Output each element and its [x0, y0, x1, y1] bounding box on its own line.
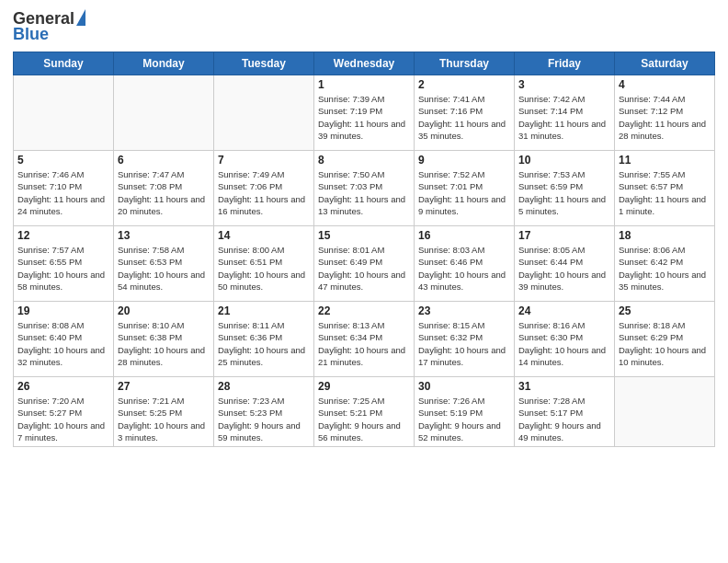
week-row-2: 5Sunrise: 7:46 AMSunset: 7:10 PMDaylight… — [14, 151, 715, 226]
day-cell: 8Sunrise: 7:50 AMSunset: 7:03 PMDaylight… — [314, 151, 415, 226]
day-info: Sunrise: 7:57 AMSunset: 6:55 PMDaylight:… — [17, 244, 109, 293]
day-cell — [615, 377, 715, 447]
day-number: 30 — [418, 380, 510, 393]
day-info: Sunrise: 7:39 AMSunset: 7:19 PMDaylight:… — [318, 93, 410, 142]
day-number: 18 — [619, 229, 711, 242]
day-info: Sunrise: 8:05 AMSunset: 6:44 PMDaylight:… — [518, 244, 610, 293]
day-cell: 22Sunrise: 8:13 AMSunset: 6:34 PMDayligh… — [314, 302, 415, 377]
day-number: 2 — [418, 78, 510, 91]
day-info: Sunrise: 7:55 AMSunset: 6:57 PMDaylight:… — [619, 168, 711, 217]
day-cell: 18Sunrise: 8:06 AMSunset: 6:42 PMDayligh… — [615, 226, 715, 302]
day-number: 13 — [118, 229, 210, 242]
day-number: 21 — [218, 304, 310, 317]
day-number: 19 — [17, 304, 109, 317]
day-info: Sunrise: 8:03 AMSunset: 6:46 PMDaylight:… — [418, 244, 510, 293]
day-cell: 23Sunrise: 8:15 AMSunset: 6:32 PMDayligh… — [415, 302, 515, 377]
day-info: Sunrise: 7:44 AMSunset: 7:12 PMDaylight:… — [619, 93, 711, 142]
day-number: 11 — [619, 154, 711, 167]
day-number: 5 — [17, 154, 109, 167]
day-cell: 24Sunrise: 8:16 AMSunset: 6:30 PMDayligh… — [515, 302, 615, 377]
day-info: Sunrise: 8:01 AMSunset: 6:49 PMDaylight:… — [318, 244, 410, 293]
day-cell — [114, 75, 214, 151]
day-info: Sunrise: 7:25 AMSunset: 5:21 PMDaylight:… — [318, 395, 410, 443]
day-cell: 9Sunrise: 7:52 AMSunset: 7:01 PMDaylight… — [415, 151, 515, 226]
day-info: Sunrise: 8:15 AMSunset: 6:32 PMDaylight:… — [418, 319, 510, 368]
day-number: 4 — [619, 78, 711, 91]
day-info: Sunrise: 7:47 AMSunset: 7:08 PMDaylight:… — [118, 168, 210, 217]
day-info: Sunrise: 8:16 AMSunset: 6:30 PMDaylight:… — [518, 319, 610, 368]
day-cell: 4Sunrise: 7:44 AMSunset: 7:12 PMDaylight… — [615, 75, 715, 151]
day-info: Sunrise: 7:46 AMSunset: 7:10 PMDaylight:… — [17, 168, 109, 217]
weekday-header-wednesday: Wednesday — [314, 52, 415, 75]
day-info: Sunrise: 7:28 AMSunset: 5:17 PMDaylight:… — [518, 395, 610, 443]
day-info: Sunrise: 8:08 AMSunset: 6:40 PMDaylight:… — [17, 319, 109, 368]
header: General Blue — [13, 9, 715, 44]
day-info: Sunrise: 7:49 AMSunset: 7:06 PMDaylight:… — [218, 168, 310, 217]
day-cell — [214, 75, 314, 151]
logo-blue-text: Blue — [13, 25, 49, 44]
weekday-header-sunday: Sunday — [14, 52, 114, 75]
day-info: Sunrise: 7:52 AMSunset: 7:01 PMDaylight:… — [418, 168, 510, 217]
day-cell: 13Sunrise: 7:58 AMSunset: 6:53 PMDayligh… — [114, 226, 214, 302]
day-cell: 26Sunrise: 7:20 AMSunset: 5:27 PMDayligh… — [14, 377, 114, 447]
day-number: 17 — [518, 229, 610, 242]
day-number: 3 — [518, 78, 610, 91]
day-number: 24 — [518, 304, 610, 317]
day-info: Sunrise: 8:11 AMSunset: 6:36 PMDaylight:… — [218, 319, 310, 368]
day-cell: 12Sunrise: 7:57 AMSunset: 6:55 PMDayligh… — [14, 226, 114, 302]
week-row-4: 19Sunrise: 8:08 AMSunset: 6:40 PMDayligh… — [14, 302, 715, 377]
day-info: Sunrise: 7:50 AMSunset: 7:03 PMDaylight:… — [318, 168, 410, 217]
day-cell: 21Sunrise: 8:11 AMSunset: 6:36 PMDayligh… — [214, 302, 314, 377]
day-number: 29 — [318, 380, 410, 393]
day-cell: 20Sunrise: 8:10 AMSunset: 6:38 PMDayligh… — [114, 302, 214, 377]
day-number: 27 — [118, 380, 210, 393]
day-cell: 30Sunrise: 7:26 AMSunset: 5:19 PMDayligh… — [415, 377, 515, 447]
day-info: Sunrise: 8:13 AMSunset: 6:34 PMDaylight:… — [318, 319, 410, 368]
day-cell: 28Sunrise: 7:23 AMSunset: 5:23 PMDayligh… — [214, 377, 314, 447]
week-row-5: 26Sunrise: 7:20 AMSunset: 5:27 PMDayligh… — [14, 377, 715, 447]
day-number: 16 — [418, 229, 510, 242]
day-cell: 19Sunrise: 8:08 AMSunset: 6:40 PMDayligh… — [14, 302, 114, 377]
day-info: Sunrise: 7:41 AMSunset: 7:16 PMDaylight:… — [418, 93, 510, 142]
day-cell: 7Sunrise: 7:49 AMSunset: 7:06 PMDaylight… — [214, 151, 314, 226]
day-cell: 10Sunrise: 7:53 AMSunset: 6:59 PMDayligh… — [515, 151, 615, 226]
day-cell: 17Sunrise: 8:05 AMSunset: 6:44 PMDayligh… — [515, 226, 615, 302]
day-info: Sunrise: 7:23 AMSunset: 5:23 PMDaylight:… — [218, 395, 310, 443]
day-cell: 15Sunrise: 8:01 AMSunset: 6:49 PMDayligh… — [314, 226, 415, 302]
day-number: 10 — [518, 154, 610, 167]
day-info: Sunrise: 8:00 AMSunset: 6:51 PMDaylight:… — [218, 244, 310, 293]
weekday-header-thursday: Thursday — [415, 52, 515, 75]
day-number: 12 — [17, 229, 109, 242]
day-cell: 5Sunrise: 7:46 AMSunset: 7:10 PMDaylight… — [14, 151, 114, 226]
day-cell: 29Sunrise: 7:25 AMSunset: 5:21 PMDayligh… — [314, 377, 415, 447]
day-cell: 6Sunrise: 7:47 AMSunset: 7:08 PMDaylight… — [114, 151, 214, 226]
day-number: 7 — [218, 154, 310, 167]
day-cell: 11Sunrise: 7:55 AMSunset: 6:57 PMDayligh… — [615, 151, 715, 226]
day-number: 25 — [619, 304, 711, 317]
day-number: 15 — [318, 229, 410, 242]
logo-triangle-icon — [76, 9, 85, 26]
logo: General Blue — [13, 9, 85, 44]
day-info: Sunrise: 7:20 AMSunset: 5:27 PMDaylight:… — [17, 395, 109, 443]
day-info: Sunrise: 8:06 AMSunset: 6:42 PMDaylight:… — [619, 244, 711, 293]
weekday-header-tuesday: Tuesday — [214, 52, 314, 75]
day-number: 9 — [418, 154, 510, 167]
week-row-3: 12Sunrise: 7:57 AMSunset: 6:55 PMDayligh… — [14, 226, 715, 302]
page: General Blue SundayMondayTuesdayWednesda… — [0, 0, 728, 563]
day-number: 8 — [318, 154, 410, 167]
day-info: Sunrise: 7:42 AMSunset: 7:14 PMDaylight:… — [518, 93, 610, 142]
calendar: SundayMondayTuesdayWednesdayThursdayFrid… — [13, 52, 715, 447]
day-number: 31 — [518, 380, 610, 393]
day-cell: 27Sunrise: 7:21 AMSunset: 5:25 PMDayligh… — [114, 377, 214, 447]
day-number: 22 — [318, 304, 410, 317]
day-number: 6 — [118, 154, 210, 167]
day-cell: 3Sunrise: 7:42 AMSunset: 7:14 PMDaylight… — [515, 75, 615, 151]
day-cell: 2Sunrise: 7:41 AMSunset: 7:16 PMDaylight… — [415, 75, 515, 151]
day-cell: 16Sunrise: 8:03 AMSunset: 6:46 PMDayligh… — [415, 226, 515, 302]
day-info: Sunrise: 7:58 AMSunset: 6:53 PMDaylight:… — [118, 244, 210, 293]
day-number: 28 — [218, 380, 310, 393]
weekday-header-friday: Friday — [515, 52, 615, 75]
day-info: Sunrise: 7:26 AMSunset: 5:19 PMDaylight:… — [418, 395, 510, 443]
week-row-1: 1Sunrise: 7:39 AMSunset: 7:19 PMDaylight… — [14, 75, 715, 151]
weekday-header-monday: Monday — [114, 52, 214, 75]
